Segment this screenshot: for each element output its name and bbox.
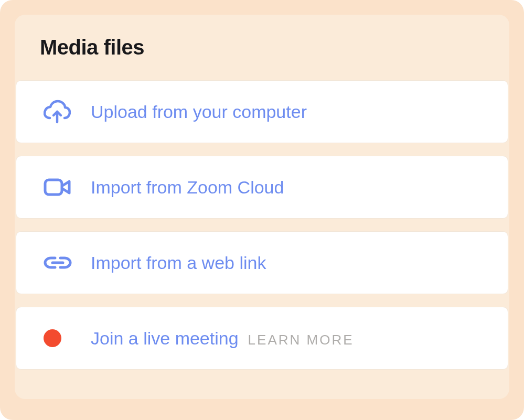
option-live-label: Join a live meeting <box>91 328 239 349</box>
svg-rect-0 <box>45 180 62 195</box>
option-live-meeting[interactable]: Join a live meeting LEARN MORE <box>16 307 508 370</box>
option-weblink-label: Import from a web link <box>91 253 266 273</box>
media-panel-outer: Media files Upload from your computer <box>0 0 524 420</box>
option-weblink[interactable]: Import from a web link <box>16 231 508 294</box>
panel-title: Media files <box>40 36 509 59</box>
learn-more-link[interactable]: LEARN MORE <box>248 332 354 348</box>
option-upload[interactable]: Upload from your computer <box>16 80 508 143</box>
cloud-upload-icon <box>44 99 73 124</box>
option-zoom-label: Import from Zoom Cloud <box>91 177 284 198</box>
option-upload-label: Upload from your computer <box>91 102 307 122</box>
record-dot-icon <box>44 329 73 347</box>
media-panel-inner: Media files Upload from your computer <box>15 15 509 399</box>
option-list: Upload from your computer Import from Zo… <box>15 80 509 370</box>
link-icon <box>44 255 73 271</box>
video-camera-icon <box>44 177 73 198</box>
option-zoom[interactable]: Import from Zoom Cloud <box>16 156 508 219</box>
